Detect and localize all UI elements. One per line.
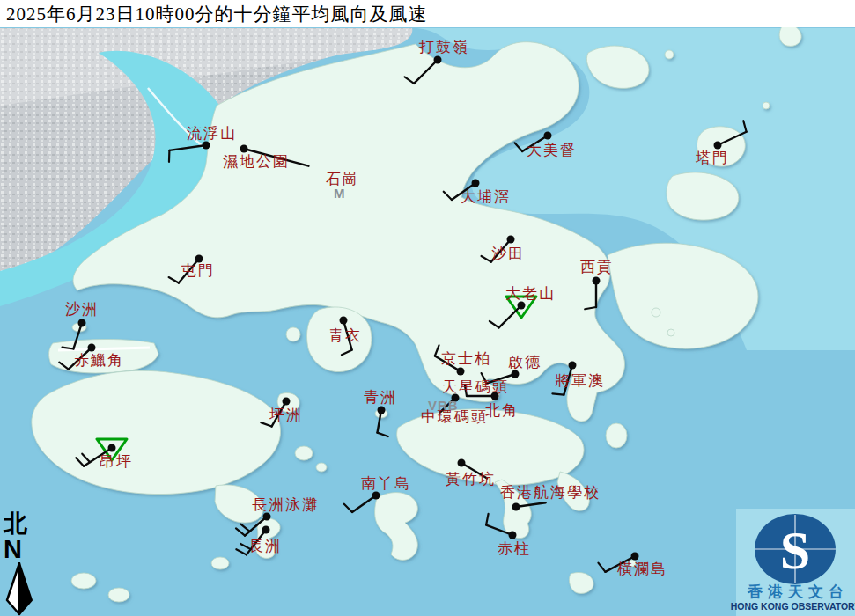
north-indicator: 北 N — [4, 512, 41, 616]
map-title: 2025年6月23日10時00分的十分鐘平均風向及風速 — [6, 2, 428, 26]
title-bar: 2025年6月23日10時00分的十分鐘平均風向及風速 — [0, 0, 855, 27]
wind-map-screen: 打鼓嶺流浮山濕地公園石崗M大美督塔門大埔滘沙田西貢大老山屯門沙洲赤鱲角青衣京士柏… — [0, 0, 855, 616]
north-letter-label: N — [4, 538, 22, 561]
hko-logo-chinese: 香港天文台 — [742, 584, 849, 599]
svg-text:S: S — [780, 520, 810, 580]
compass-needle-icon — [4, 562, 34, 616]
hko-logo-english: HONG KONG OBSERVATORY — [731, 602, 855, 612]
north-chinese-label: 北 — [4, 512, 27, 536]
hko-logo: S 香港天文台 HONG KONG OBSERVATORY — [736, 509, 855, 616]
hong-kong-map — [0, 0, 855, 616]
hko-logo-emblem: S — [736, 509, 855, 588]
